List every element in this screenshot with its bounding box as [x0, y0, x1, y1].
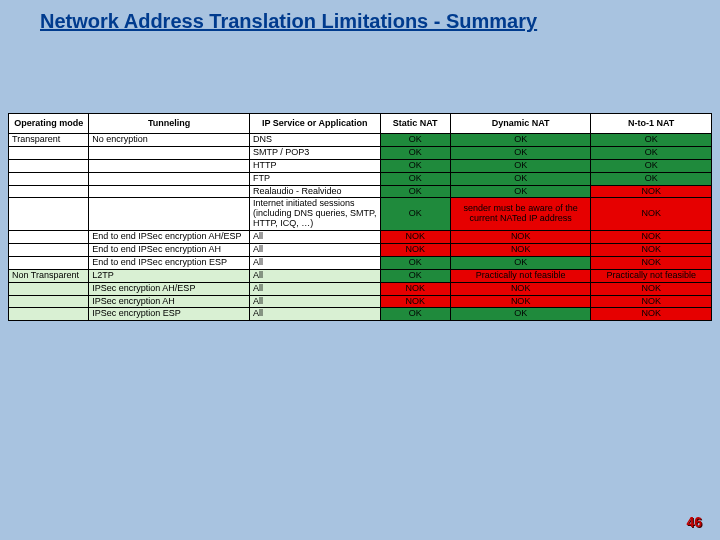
cell-nto1-nat: NOK: [591, 244, 712, 257]
cell-tunneling: [89, 172, 250, 185]
page-number: 46: [686, 514, 702, 530]
cell-tunneling: [89, 185, 250, 198]
cell-service: Realaudio - Realvideo: [250, 185, 381, 198]
cell-service: Internet initiated sessions (including D…: [250, 198, 381, 231]
cell-tunneling: No encryption: [89, 134, 250, 147]
cell-service: SMTP / POP3: [250, 146, 381, 159]
page-title: Network Address Translation Limitations …: [0, 0, 720, 33]
cell-tunneling: [89, 159, 250, 172]
cell-dynamic-nat: NOK: [450, 295, 591, 308]
cell-service: HTTP: [250, 159, 381, 172]
cell-static-nat: OK: [380, 308, 450, 321]
cell-nto1-nat: NOK: [591, 185, 712, 198]
cell-dynamic-nat: OK: [450, 185, 591, 198]
table-row: FTPOKOKOK: [9, 172, 712, 185]
table-row: Realaudio - RealvideoOKOKNOK: [9, 185, 712, 198]
cell-service: DNS: [250, 134, 381, 147]
cell-static-nat: OK: [380, 146, 450, 159]
cell-mode: [9, 172, 89, 185]
cell-service: All: [250, 244, 381, 257]
cell-nto1-nat: NOK: [591, 231, 712, 244]
table-header-row: Operating mode Tunneling IP Service or A…: [9, 114, 712, 134]
table-row: IPSec encryption AH/ESPAllNOKNOKNOK: [9, 282, 712, 295]
cell-nto1-nat: OK: [591, 172, 712, 185]
table-row: SMTP / POP3OKOKOK: [9, 146, 712, 159]
cell-nto1-nat: NOK: [591, 295, 712, 308]
cell-tunneling: IPSec encryption AH/ESP: [89, 282, 250, 295]
cell-tunneling: [89, 198, 250, 231]
cell-nto1-nat: OK: [591, 159, 712, 172]
cell-mode: [9, 282, 89, 295]
cell-dynamic-nat: OK: [450, 256, 591, 269]
cell-mode: [9, 159, 89, 172]
cell-tunneling: L2TP: [89, 269, 250, 282]
table-row: Internet initiated sessions (including D…: [9, 198, 712, 231]
cell-dynamic-nat: OK: [450, 159, 591, 172]
cell-dynamic-nat: sender must be aware of the current NATe…: [450, 198, 591, 231]
table-row: End to end IPSec encryption AHAllNOKNOKN…: [9, 244, 712, 257]
cell-static-nat: OK: [380, 198, 450, 231]
table-row: HTTPOKOKOK: [9, 159, 712, 172]
col-header-nto1-nat: N-to-1 NAT: [591, 114, 712, 134]
col-header-mode: Operating mode: [9, 114, 89, 134]
col-header-tunneling: Tunneling: [89, 114, 250, 134]
cell-tunneling: End to end IPSec encryption AH: [89, 244, 250, 257]
cell-dynamic-nat: OK: [450, 146, 591, 159]
cell-dynamic-nat: NOK: [450, 231, 591, 244]
cell-mode: [9, 244, 89, 257]
table-body: TransparentNo encryptionDNSOKOKOKSMTP / …: [9, 134, 712, 321]
cell-mode: [9, 185, 89, 198]
cell-static-nat: OK: [380, 134, 450, 147]
cell-static-nat: OK: [380, 159, 450, 172]
cell-mode: Non Transparent: [9, 269, 89, 282]
table-row: TransparentNo encryptionDNSOKOKOK: [9, 134, 712, 147]
table-row: End to end IPSec encryption ESPAllOKOKNO…: [9, 256, 712, 269]
cell-mode: Transparent: [9, 134, 89, 147]
cell-static-nat: OK: [380, 185, 450, 198]
col-header-static-nat: Static NAT: [380, 114, 450, 134]
cell-dynamic-nat: OK: [450, 172, 591, 185]
cell-static-nat: NOK: [380, 295, 450, 308]
cell-service: All: [250, 308, 381, 321]
cell-service: FTP: [250, 172, 381, 185]
cell-static-nat: OK: [380, 256, 450, 269]
cell-tunneling: IPSec encryption AH: [89, 295, 250, 308]
cell-tunneling: End to end IPSec encryption AH/ESP: [89, 231, 250, 244]
table-row: IPSec encryption AHAllNOKNOKNOK: [9, 295, 712, 308]
nat-limitations-table: Operating mode Tunneling IP Service or A…: [8, 113, 712, 321]
cell-dynamic-nat: OK: [450, 134, 591, 147]
cell-dynamic-nat: OK: [450, 308, 591, 321]
nat-table-container: Operating mode Tunneling IP Service or A…: [8, 113, 712, 321]
cell-nto1-nat: OK: [591, 146, 712, 159]
cell-tunneling: [89, 146, 250, 159]
cell-static-nat: NOK: [380, 282, 450, 295]
cell-static-nat: OK: [380, 269, 450, 282]
cell-static-nat: NOK: [380, 244, 450, 257]
table-row: IPSec encryption ESPAllOKOKNOK: [9, 308, 712, 321]
cell-service: All: [250, 269, 381, 282]
cell-static-nat: NOK: [380, 231, 450, 244]
cell-mode: [9, 308, 89, 321]
cell-nto1-nat: NOK: [591, 198, 712, 231]
cell-dynamic-nat: NOK: [450, 282, 591, 295]
cell-mode: [9, 198, 89, 231]
cell-service: All: [250, 282, 381, 295]
cell-nto1-nat: NOK: [591, 256, 712, 269]
col-header-dynamic-nat: Dynamic NAT: [450, 114, 591, 134]
cell-dynamic-nat: NOK: [450, 244, 591, 257]
table-row: End to end IPSec encryption AH/ESPAllNOK…: [9, 231, 712, 244]
cell-nto1-nat: NOK: [591, 282, 712, 295]
table-row: Non TransparentL2TPAllOKPractically not …: [9, 269, 712, 282]
col-header-service: IP Service or Application: [250, 114, 381, 134]
cell-nto1-nat: NOK: [591, 308, 712, 321]
cell-dynamic-nat: Practically not feasible: [450, 269, 591, 282]
cell-mode: [9, 231, 89, 244]
cell-nto1-nat: OK: [591, 134, 712, 147]
cell-service: All: [250, 256, 381, 269]
cell-mode: [9, 146, 89, 159]
cell-mode: [9, 256, 89, 269]
cell-service: All: [250, 295, 381, 308]
cell-nto1-nat: Practically not feasible: [591, 269, 712, 282]
cell-tunneling: IPSec encryption ESP: [89, 308, 250, 321]
cell-tunneling: End to end IPSec encryption ESP: [89, 256, 250, 269]
